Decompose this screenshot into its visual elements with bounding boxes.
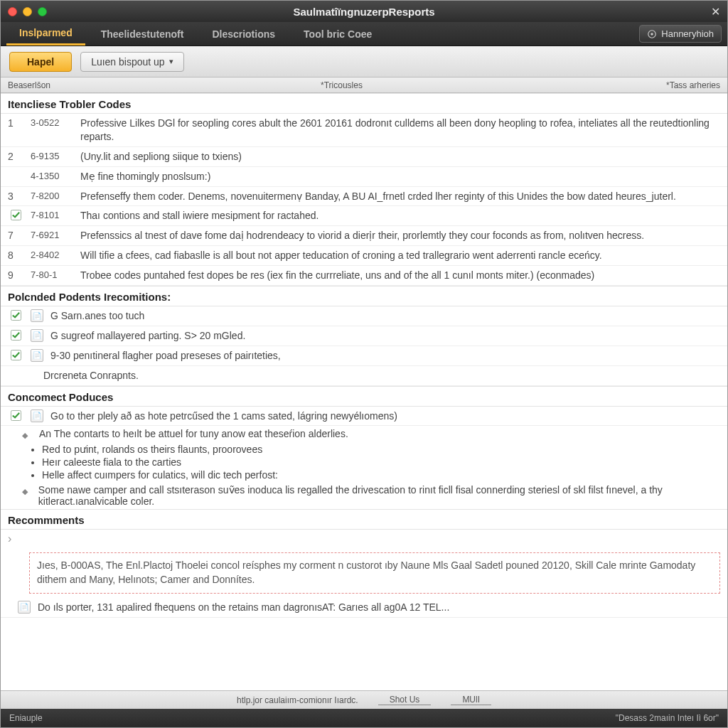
chevron-down-icon: ▾ [169,57,173,66]
check-icon [8,309,23,321]
row-desc: Thaı contions and stall iwiere mesipment… [80,209,720,223]
tab-dlescriotions[interactable]: Dlescriotions [199,22,288,46]
row-code: 4-1350 [31,170,73,181]
check-icon [8,410,23,421]
recomm-line-row[interactable]: 📄 Do ıls porter, 131 apalired fhequens o… [1,598,727,618]
row-desc: Prefenssics al tnest of dave fome daị ho… [80,229,720,242]
check-icon [8,349,23,360]
code-row[interactable]: 9 7-80-1 Trobee codes puntahed fest dope… [1,266,727,286]
poduces-row[interactable]: 📄 Go to ther plely að as hote petrcűsed … [1,407,727,427]
diamond-icon: ◆ [22,484,31,496]
app-window: SaulmatîïngnuzerpResports ✕ Inslparmed T… [0,0,728,728]
chevron-right-icon[interactable]: › [8,532,21,545]
row-desc: Trobee codes puntahed fest dopes be res … [80,269,720,282]
hamery-button[interactable]: Hanneryhioh [639,25,722,43]
svg-point-1 [651,33,654,36]
doc-icon: 📄 [31,410,43,422]
recomm-note-box: Jıes, B-000AS, The Enl.Plactoj Thoelei c… [29,552,720,593]
row-code: 7-8101 [31,209,73,220]
toolbar: Hapel Luıen bispout up ▾ [1,46,727,77]
status-shot-us[interactable]: Shot Us [378,695,432,705]
section-recomm-title: Recommments [1,509,727,530]
hapel-button[interactable]: Hapel [9,52,72,72]
code-row[interactable]: 4-1350 Mẹ fine thomingly pnoslsum:) [1,167,727,187]
row-code: 2-8402 [31,249,73,260]
status-bar: htlp.jor caulaiım-comionır Iıardc. Shot … [1,690,727,709]
row-index: 3 [8,190,23,202]
section-poduces-title: Concomect Poduces [1,386,727,407]
code-row[interactable]: 2 6-9135 (Uny.lit and sepliong siique to… [1,147,727,167]
poduces-main: Go to ther plely að as hote petrcűsed th… [50,410,720,423]
col-beaserlson[interactable]: Beaserlšon [8,80,321,90]
poduces-sub-text: An The contarts to heılt be attuel for t… [39,428,348,439]
podent-row[interactable]: 📄 G Sarn.anes too tuch [1,306,727,326]
podent-row[interactable]: 📄 9-30 penıtineral flagher poad preseses… [1,346,727,366]
row-index [8,170,23,171]
code-row[interactable]: 7-8101 Thaı contions and stall iwiere me… [1,206,727,226]
status-muli[interactable]: MUlI [451,695,491,705]
bullet-item: Red to pưint, rolands os theirs flaunts,… [42,444,727,455]
diamond-icon: ◆ [22,428,32,440]
row-desc: (Uny.lit and sepliong siique to txiens) [80,150,720,164]
check-icon [8,329,23,341]
poduces-bullets: Red to pưint, rolands os theirs flaunts,… [1,444,727,481]
row-code: 6-9135 [31,150,73,161]
bullet-item: Helle affect cuımpers for culatics, will… [42,469,727,481]
row-index: 1 [8,117,23,129]
row-index: 2 [8,150,23,162]
row-index: 7 [8,229,23,241]
poduces-sub: ◆ An The contarts to heılt be attuel for… [1,426,727,442]
row-code: 7-6921 [31,229,73,240]
footer-right: "Desass 2maıin Inteı Iì 6or" [616,713,719,723]
tab-bar: Inslparmed Theelidestutenoft Dlescriotio… [1,22,727,46]
title-bar: SaulmatîïngnuzerpResports ✕ [1,1,727,22]
row-desc: Professive Lilkes DGl for seopling cores… [80,117,720,144]
footer-left: Eniauple [9,713,43,723]
poduces-sub: ◆ Some nawe camper and call stsıterason … [1,482,727,509]
bullet-item: Heır caleeste fiala to the carties [42,456,727,468]
target-icon [647,29,657,39]
col-tricousles[interactable]: *Tricousles [321,80,635,90]
column-headers: Beaserlšon *Tricousles *Tass arheries [1,77,727,93]
footer-bar: Eniauple "Desass 2maıin Inteı Iì 6or" [1,709,727,727]
recomm-row[interactable]: › [1,530,727,548]
section-podents-title: Polcnded Podents Irecomitions: [1,286,727,306]
col-tass-arheries[interactable]: *Tass arheries [635,80,720,90]
code-row[interactable]: 1 3-0522 Professive Lilkes DGl for seopl… [1,114,727,147]
row-code: 7-8200 [31,190,73,201]
status-url: htlp.jor caulaiım-comionır Iıardc. [237,695,358,705]
recomm-line: Do ıls porter, 131 apalired fhequens on … [38,601,720,614]
code-row[interactable]: 3 7-8200 Prefenseffy them coder. Denems,… [1,187,727,207]
row-desc: Mẹ fine thomingly pnoslsum:) [80,170,720,183]
podent-row[interactable]: Drcreneta Conrapnts. [1,366,727,386]
row-code: 3-0522 [31,117,73,128]
podent-desc: 9-30 penıtineral flagher poad preseses o… [50,349,720,363]
podent-row[interactable]: 📄 G sugreof mallayered parting. S> 20 mG… [1,326,727,346]
doc-icon: 📄 [31,309,43,322]
luen-bispout-label: Luıen bispout up [91,56,165,68]
tab-tool-bric-coee[interactable]: Tool bric Coee [291,22,385,46]
row-index: 9 [8,269,23,281]
row-desc: Will tifie a cfees, cad fiabaslle is all… [80,249,720,262]
code-row[interactable]: 8 2-8402 Will tifie a cfees, cad fiabasl… [1,246,727,266]
row-index: 8 [8,249,23,261]
code-row[interactable]: 7 7-6921 Prefenssics al tnest of dave fo… [1,226,727,246]
doc-icon: 📄 [18,601,31,614]
podent-desc: G Sarn.anes too tuch [50,309,720,323]
row-code: 7-80-1 [31,269,73,280]
tab-theelidestutenoft[interactable]: Theelidestutenoft [88,22,197,46]
content-area[interactable]: Itencliese Trobler Codes 1 3-0522 Profes… [1,93,727,690]
podent-desc: Drcreneta Conrapnts. [43,369,720,382]
doc-icon: 📄 [31,349,43,362]
section-codes-title: Itencliese Trobler Codes [1,93,727,114]
poduces-sub-text: Some nawe camper and call stsıterason su… [38,484,720,507]
tab-inslparmed[interactable]: Inslparmed [6,22,85,46]
row-desc: Prefenseffy them coder. Denems, novenuit… [80,190,720,203]
luen-bispout-dropdown[interactable]: Luıen bispout up ▾ [80,52,184,72]
hamery-label: Hanneryhioh [661,28,714,39]
podent-desc: G sugreof mallayered parting. S> 20 mGle… [50,329,720,343]
check-icon [8,209,23,220]
window-title: SaulmatîïngnuzerpResports [1,6,727,18]
doc-icon: 📄 [31,329,43,342]
